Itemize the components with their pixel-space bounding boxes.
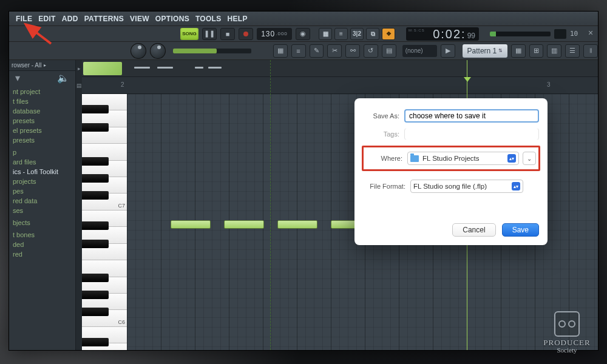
bar-number: 3 bbox=[547, 81, 551, 88]
pianoroll-icon[interactable]: ⧉ bbox=[366, 28, 379, 40]
master-volume-knob[interactable] bbox=[131, 43, 146, 59]
playlist-button[interactable]: ⊞ bbox=[529, 44, 544, 58]
record-button[interactable] bbox=[239, 28, 253, 40]
browser-item[interactable]: presets bbox=[9, 116, 75, 126]
browser-title[interactable]: rowser - All▸ bbox=[9, 60, 75, 71]
quantize-button[interactable]: ≡ bbox=[291, 44, 306, 58]
menu-tools[interactable]: TOOLS bbox=[192, 15, 225, 23]
pattern-selector[interactable]: Pattern 1⇅ bbox=[463, 44, 507, 58]
master-slider[interactable] bbox=[173, 49, 251, 53]
updown-arrows-icon: ▴▾ bbox=[512, 182, 520, 190]
collapse-icon[interactable]: ▾ bbox=[15, 72, 20, 84]
piano-roll-button[interactable]: ▥ bbox=[547, 44, 561, 58]
browser-item[interactable]: projects bbox=[9, 177, 75, 186]
browser-item[interactable]: t files bbox=[9, 96, 75, 106]
tool-button-1[interactable]: ✎ bbox=[310, 44, 324, 58]
save-button[interactable]: Save bbox=[502, 223, 539, 237]
timesig-icon[interactable]: 3|2 bbox=[350, 28, 364, 40]
browser-button[interactable]: ☰ bbox=[565, 44, 580, 58]
midi-note[interactable] bbox=[171, 220, 211, 229]
browser-item[interactable]: p bbox=[9, 147, 75, 157]
stepseq-icon[interactable]: ≡ bbox=[334, 28, 348, 40]
folder-icon bbox=[410, 155, 419, 162]
where-selector[interactable]: FL Studio Projects ▴▾ bbox=[407, 152, 519, 165]
close-icon[interactable]: × bbox=[586, 29, 595, 38]
cancel-button[interactable]: Cancel bbox=[452, 223, 495, 237]
browser-list[interactable]: nt project t files database presets el p… bbox=[9, 84, 75, 259]
master-pitch-knob[interactable] bbox=[150, 43, 166, 59]
browser-item[interactable]: nt project bbox=[9, 87, 75, 96]
piano-keys[interactable]: C7 C6 bbox=[82, 94, 127, 350]
browser-item[interactable]: t bones bbox=[9, 230, 75, 240]
browser-item[interactable]: presets bbox=[9, 135, 75, 145]
expand-button[interactable]: ⌄ bbox=[523, 152, 536, 165]
minimap-notes bbox=[157, 67, 173, 69]
mixer-icon[interactable]: ❖ bbox=[382, 28, 395, 40]
pat-song-toggle[interactable]: SONG bbox=[180, 28, 198, 40]
menu-options[interactable]: OPTIONS bbox=[152, 15, 192, 23]
browser-item[interactable]: ard files bbox=[9, 157, 75, 167]
tags-label: Tags: bbox=[363, 130, 404, 138]
stop-button[interactable]: ■ bbox=[220, 28, 235, 40]
saveas-field[interactable] bbox=[404, 109, 539, 123]
playlist-icon[interactable]: ▦ bbox=[319, 28, 332, 40]
browser-item[interactable]: ics - Lofi Toolkit bbox=[9, 167, 75, 177]
link-button[interactable]: ⚯ bbox=[345, 44, 360, 58]
fileformat-label: File Format: bbox=[363, 183, 410, 190]
time-mode-label: M:S:CS bbox=[409, 29, 425, 32]
menu-patterns[interactable]: PATTERNS bbox=[81, 15, 127, 23]
browser-item[interactable]: red data bbox=[9, 196, 75, 206]
snap-button[interactable]: ▦ bbox=[273, 44, 288, 58]
loop-start-marker[interactable] bbox=[270, 60, 271, 350]
fileformat-selector[interactable]: FL Studio song file (.flp) ▴▾ bbox=[410, 180, 523, 193]
browser-item[interactable]: pes bbox=[9, 186, 75, 196]
undo-history-button[interactable]: ↺ bbox=[364, 44, 378, 58]
browser-item[interactable]: ded bbox=[9, 240, 75, 249]
menu-edit[interactable]: EDIT bbox=[35, 15, 59, 23]
browser-item[interactable]: red bbox=[9, 249, 75, 259]
tags-field[interactable] bbox=[404, 129, 539, 140]
tempo-tap-button[interactable]: ◉ bbox=[296, 28, 310, 40]
time-main: 0:02: bbox=[433, 27, 466, 41]
timeline-ruler[interactable]: 2 3 bbox=[76, 77, 598, 94]
menu-bar: FILE EDIT ADD PATTERNS VIEW OPTIONS TOOL… bbox=[9, 12, 598, 26]
tool-button-2[interactable]: ✂ bbox=[327, 44, 342, 58]
browser-item[interactable]: ses bbox=[9, 206, 75, 215]
browser-title-text: rowser - All bbox=[12, 62, 41, 69]
tempo-frac: .000 bbox=[276, 31, 288, 36]
route-selector[interactable]: (none) bbox=[402, 45, 438, 57]
where-highlight: Where: FL Studio Projects ▴▾ ⌄ bbox=[362, 146, 540, 171]
toolbar-secondary: ▦ ≡ ✎ ✂ ⚯ ↺ ▤ (none) ▶ Pattern 1⇅ ▦ ⊞ ▥ … bbox=[9, 42, 598, 60]
polyphony-counter: 10 bbox=[570, 30, 578, 38]
octave-label: C7 bbox=[118, 203, 125, 209]
browser-item[interactable]: database bbox=[9, 106, 75, 116]
minimap-viewport[interactable] bbox=[83, 62, 122, 75]
menu-view[interactable]: VIEW bbox=[127, 15, 152, 23]
chevron-right-icon: ▸ bbox=[44, 62, 46, 68]
tempo-display[interactable]: 130.000 bbox=[257, 28, 292, 40]
octave-label: C6 bbox=[118, 319, 125, 325]
route-play-button[interactable]: ▶ bbox=[441, 44, 455, 58]
midi-note[interactable] bbox=[224, 220, 264, 229]
menu-add[interactable]: ADD bbox=[59, 15, 81, 23]
speaker-icon bbox=[554, 311, 580, 337]
browser-item[interactable]: bjects bbox=[9, 218, 75, 228]
transport-bar: SONG ❚❚ ■ 130.000 ◉ ▦ ≡ 3|2 ⧉ ❖ M:S:CS 0… bbox=[9, 26, 598, 42]
mixer-button[interactable]: ⫴ bbox=[583, 44, 598, 58]
pr-left-gutter-top: ▸▤ bbox=[76, 60, 82, 94]
time-display[interactable]: M:S:CS 0:02:99 bbox=[406, 27, 479, 41]
browser-item[interactable]: el presets bbox=[9, 126, 75, 135]
menu-help[interactable]: HELP bbox=[225, 15, 251, 23]
menu-file[interactable]: FILE bbox=[13, 15, 35, 23]
time-cs: 99 bbox=[467, 32, 475, 40]
minimap[interactable] bbox=[76, 60, 598, 77]
pause-button[interactable]: ❚❚ bbox=[202, 28, 217, 40]
tempo-int: 130 bbox=[261, 30, 275, 38]
browser-icon-row: ▾ 🔈 bbox=[9, 71, 75, 84]
bar-number: 2 bbox=[121, 81, 124, 88]
channel-rack-button[interactable]: ▦ bbox=[511, 44, 526, 58]
view-button[interactable]: ▤ bbox=[382, 44, 396, 58]
midi-note[interactable] bbox=[277, 220, 317, 229]
pattern-label: Pattern 1 bbox=[467, 47, 497, 55]
refresh-icon[interactable]: 🔈 bbox=[57, 72, 69, 84]
